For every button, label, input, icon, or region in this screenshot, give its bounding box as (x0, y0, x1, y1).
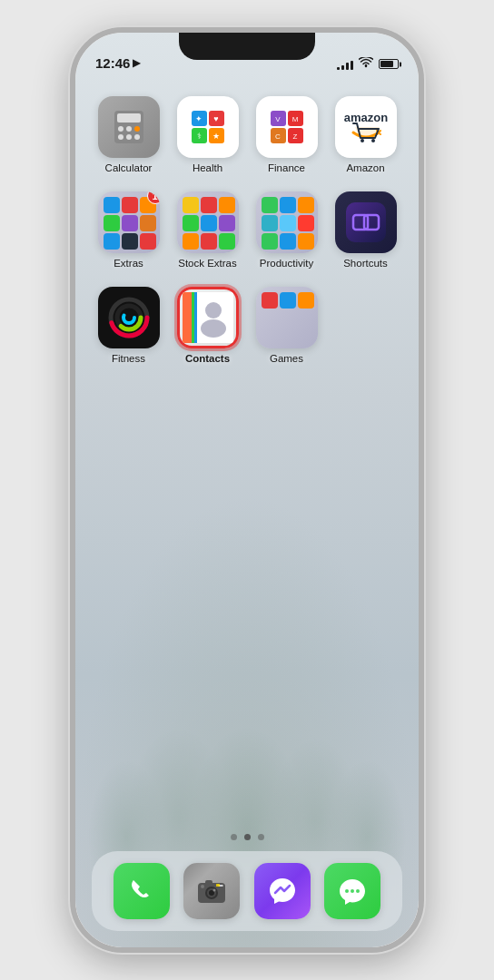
svg-point-4 (134, 126, 140, 132)
amazon-icon: amazon (335, 96, 397, 158)
signal-icon (337, 59, 353, 70)
app-grid: Calculator ✦ ♥ ⚕ ★ (75, 87, 419, 373)
dock-messages[interactable] (324, 863, 380, 919)
svg-text:V: V (275, 115, 281, 123)
svg-point-26 (361, 139, 364, 142)
svg-point-41 (205, 302, 222, 318)
app-stock-extras[interactable]: Stock Extras (173, 191, 242, 269)
phone-device: 12:46 ▶ (70, 27, 424, 953)
app-empty-slot (331, 287, 400, 364)
svg-point-3 (126, 126, 132, 132)
contacts-icon (177, 287, 239, 348)
svg-point-47 (213, 889, 216, 892)
stock-extras-icon (177, 191, 239, 253)
app-calculator[interactable]: Calculator (94, 96, 163, 173)
svg-point-51 (345, 889, 349, 893)
wifi-icon (359, 57, 373, 71)
svg-rect-48 (205, 880, 212, 885)
svg-rect-39 (192, 292, 194, 343)
svg-point-53 (356, 889, 360, 893)
dock (92, 851, 402, 931)
svg-text:M: M (291, 115, 298, 123)
app-finance[interactable]: V M C Z Finance (252, 96, 321, 173)
svg-point-6 (126, 134, 132, 140)
extras-icon: 1 (98, 191, 160, 253)
app-extras[interactable]: 1 Extras (94, 191, 163, 269)
finance-label: Finance (268, 162, 305, 173)
location-icon: ▶ (133, 57, 140, 69)
svg-rect-1 (117, 113, 141, 122)
svg-text:★: ★ (212, 132, 220, 141)
page-dot-2 (244, 834, 251, 840)
fitness-icon (98, 287, 160, 348)
svg-text:C: C (275, 132, 281, 141)
app-amazon[interactable]: amazon Amazon (331, 96, 400, 173)
svg-text:✦: ✦ (195, 114, 203, 123)
phone-screen: 12:46 ▶ (75, 33, 419, 947)
svg-rect-38 (183, 292, 192, 343)
svg-point-42 (201, 319, 226, 338)
svg-rect-28 (346, 202, 386, 242)
svg-point-2 (118, 126, 124, 132)
svg-point-27 (371, 139, 375, 142)
games-label: Games (270, 353, 303, 364)
status-time: 12:46 ▶ (95, 55, 140, 71)
svg-rect-40 (194, 292, 197, 343)
stock-extras-label: Stock Extras (178, 258, 237, 269)
contacts-label: Contacts (185, 353, 230, 364)
svg-rect-50 (216, 884, 220, 887)
fitness-label: Fitness (112, 353, 145, 364)
health-label: Health (193, 162, 222, 173)
svg-point-52 (351, 889, 354, 893)
extras-label: Extras (114, 258, 143, 269)
games-icon (256, 287, 318, 348)
svg-point-7 (134, 134, 140, 140)
health-icon: ✦ ♥ ⚕ ★ (177, 96, 239, 158)
finance-icon: V M C Z (256, 96, 318, 158)
status-icons (337, 57, 399, 71)
app-shortcuts[interactable]: Shortcuts (331, 191, 400, 269)
calculator-label: Calculator (105, 162, 153, 173)
page-dot-3 (258, 834, 264, 840)
svg-text:Z: Z (292, 132, 297, 141)
svg-text:amazon: amazon (343, 111, 387, 124)
dock-camera[interactable] (183, 863, 240, 919)
app-games[interactable]: Games (252, 287, 321, 364)
app-contacts[interactable]: Contacts (173, 287, 242, 364)
productivity-icon (256, 191, 318, 253)
app-fitness[interactable]: Fitness (94, 287, 163, 364)
battery-icon (379, 59, 399, 69)
shortcuts-icon (335, 191, 397, 253)
calculator-icon (98, 96, 160, 158)
amazon-label: Amazon (346, 162, 384, 173)
dock-phone[interactable] (114, 863, 170, 919)
app-health[interactable]: ✦ ♥ ⚕ ★ Health (173, 96, 242, 173)
page-dot-1 (231, 834, 237, 840)
wallpaper-trees (75, 494, 419, 875)
productivity-label: Productivity (260, 258, 313, 269)
svg-text:♥: ♥ (213, 114, 218, 123)
svg-point-49 (201, 885, 204, 888)
shortcuts-label: Shortcuts (343, 258, 388, 269)
svg-text:⚕: ⚕ (196, 132, 201, 141)
notch (179, 33, 315, 60)
app-productivity[interactable]: Productivity (252, 191, 321, 269)
dock-messenger[interactable] (254, 863, 311, 919)
page-dots (75, 834, 419, 840)
svg-point-5 (118, 134, 124, 140)
